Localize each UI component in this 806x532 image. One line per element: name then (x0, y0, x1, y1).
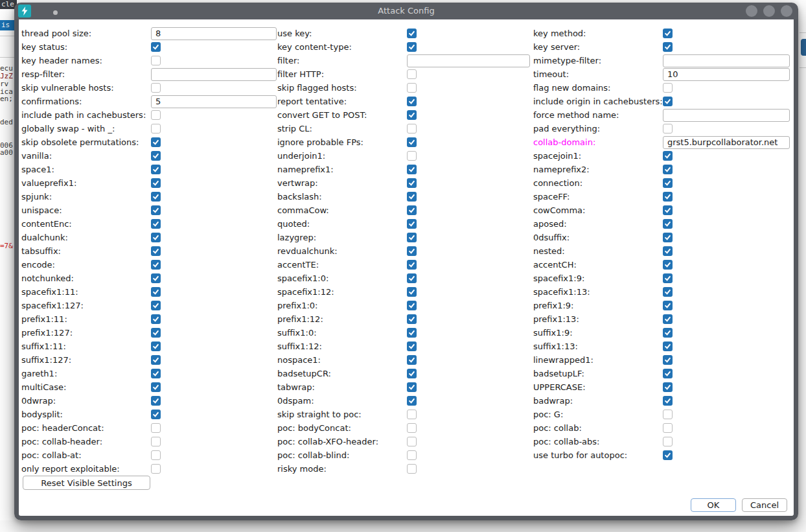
text-input-resp-filter[interactable] (151, 68, 277, 81)
checkbox-0dsuffix[interactable] (663, 233, 673, 242)
checkbox-spacefix1-127[interactable] (151, 301, 161, 310)
checkbox-prefix1-127[interactable] (151, 328, 161, 338)
checkbox-skip-straight-to-poc[interactable] (407, 410, 417, 419)
checkbox-spacefix1-11[interactable] (151, 287, 161, 297)
checkbox-report-tentative[interactable] (407, 97, 417, 106)
checkbox-0dwrap[interactable] (151, 396, 161, 406)
checkbox-quoted[interactable] (407, 219, 417, 229)
checkbox-only-report-exploitable[interactable] (151, 464, 161, 474)
checkbox-poc-bodyconcat[interactable] (407, 423, 417, 433)
checkbox-contentenc[interactable] (151, 219, 161, 229)
checkbox-suffix1-13[interactable] (663, 341, 673, 351)
checkbox-badsetupcr[interactable] (407, 369, 417, 378)
checkbox-suffix1-11[interactable] (151, 341, 161, 351)
checkbox-commacow[interactable] (407, 205, 417, 215)
checkbox-nospace1[interactable] (407, 355, 417, 365)
checkbox-notchunked[interactable] (151, 273, 161, 283)
checkbox-space1[interactable] (151, 165, 161, 174)
text-input-force-method-name[interactable] (663, 109, 790, 122)
checkbox-pad-everything[interactable] (663, 124, 673, 133)
checkbox-multicase[interactable] (151, 382, 161, 392)
checkbox-tabsuffix[interactable] (151, 246, 161, 256)
checkbox-accentch[interactable] (663, 260, 673, 270)
checkbox-spacefix1-0[interactable] (407, 273, 417, 283)
text-input-timeout[interactable] (663, 68, 790, 81)
dialog-titlebar[interactable]: Attack Config (14, 3, 798, 19)
checkbox-filter-http[interactable] (407, 69, 417, 79)
checkbox-use-turbo-for-autopoc[interactable] (663, 450, 673, 460)
checkbox-include-path-in-cachebusters[interactable] (151, 110, 161, 120)
checkbox-poc-collab-blind[interactable] (407, 450, 417, 460)
checkbox-poc-collab-header[interactable] (151, 437, 161, 446)
checkbox-underjoin1[interactable] (407, 151, 417, 161)
checkbox-prefix1-12[interactable] (407, 314, 417, 324)
checkbox-key-content-type[interactable] (407, 42, 417, 52)
checkbox-cowcomma[interactable] (663, 205, 673, 215)
reset-visible-settings-button[interactable]: Reset Visible Settings (23, 476, 150, 490)
checkbox-key-header-names[interactable] (151, 56, 161, 65)
checkbox-prefix1-11[interactable] (151, 314, 161, 324)
cancel-button[interactable]: Cancel (742, 498, 787, 512)
checkbox-poc-headerconcat[interactable] (151, 423, 161, 433)
checkbox-lazygrep[interactable] (407, 233, 417, 242)
text-input-confirmations[interactable] (151, 95, 277, 108)
checkbox-connection[interactable] (663, 178, 673, 188)
checkbox-suffix1-9[interactable] (663, 328, 673, 338)
checkbox-valueprefix1[interactable] (151, 178, 161, 188)
checkbox-skip-flagged-hosts[interactable] (407, 83, 417, 93)
checkbox-spacefix1-13[interactable] (663, 287, 673, 297)
checkbox-prefix1-0[interactable] (407, 301, 417, 310)
checkbox-key-status[interactable] (151, 42, 161, 52)
checkbox-linewrapped1[interactable] (663, 355, 673, 365)
maximize-button[interactable] (763, 5, 775, 17)
checkbox-dualchunk[interactable] (151, 233, 161, 242)
checkbox-prefix1-13[interactable] (663, 314, 673, 324)
checkbox-spacefix1-9[interactable] (663, 273, 673, 283)
checkbox-gareth1[interactable] (151, 369, 161, 378)
checkbox-poc-collab-at[interactable] (151, 450, 161, 460)
checkbox-skip-vulnerable-hosts[interactable] (151, 83, 161, 93)
checkbox-vanilla[interactable] (151, 151, 161, 161)
checkbox-nameprefix1[interactable] (407, 165, 417, 174)
checkbox-convert-get-to-post[interactable] (407, 110, 417, 120)
close-button[interactable] (781, 5, 792, 17)
checkbox-include-origin-in-cachebusters[interactable] (663, 97, 673, 106)
checkbox-revdualchunk[interactable] (407, 246, 417, 256)
checkbox-suffix1-12[interactable] (407, 341, 417, 351)
checkbox-spaceff[interactable] (663, 192, 673, 202)
checkbox-unispace[interactable] (151, 205, 161, 215)
checkbox-spjunk[interactable] (151, 192, 161, 202)
checkbox-tabwrap[interactable] (407, 382, 417, 392)
checkbox-ignore-probable-fps[interactable] (407, 137, 417, 147)
checkbox-spacefix1-12[interactable] (407, 287, 417, 297)
checkbox-poc-collab-xfo-header[interactable] (407, 437, 417, 446)
checkbox-nested[interactable] (663, 246, 673, 256)
text-input-collab-domain[interactable] (663, 136, 790, 149)
checkbox-vertwrap[interactable] (407, 178, 417, 188)
checkbox-encode[interactable] (151, 260, 161, 270)
checkbox-suffix1-127[interactable] (151, 355, 161, 365)
checkbox-risky-mode[interactable] (407, 464, 417, 474)
checkbox-strip-cl[interactable] (407, 124, 417, 133)
checkbox-spacejoin1[interactable] (663, 151, 673, 161)
checkbox-skip-obsolete-permutations[interactable] (151, 137, 161, 147)
text-input-thread-pool-size[interactable] (151, 27, 277, 40)
checkbox-poc-collab[interactable] (663, 423, 673, 433)
checkbox-aposed[interactable] (663, 219, 673, 229)
minimize-button[interactable] (746, 5, 757, 17)
checkbox-suffix1-0[interactable] (407, 328, 417, 338)
checkbox-key-method[interactable] (663, 29, 673, 38)
checkbox-uppercase[interactable] (663, 382, 673, 392)
checkbox-nameprefix2[interactable] (663, 165, 673, 174)
checkbox-poc-g[interactable] (663, 410, 673, 419)
checkbox-0dspam[interactable] (407, 396, 417, 406)
text-input-mimetype-filter[interactable] (663, 54, 790, 67)
checkbox-badsetuplf[interactable] (663, 369, 673, 378)
checkbox-flag-new-domains[interactable] (663, 83, 673, 93)
checkbox-backslash[interactable] (407, 192, 417, 202)
checkbox-accentte[interactable] (407, 260, 417, 270)
checkbox-bodysplit[interactable] (151, 410, 161, 419)
ok-button[interactable]: OK (691, 498, 736, 512)
checkbox-globally-swap-with[interactable] (151, 124, 161, 133)
checkbox-badwrap[interactable] (663, 396, 673, 406)
